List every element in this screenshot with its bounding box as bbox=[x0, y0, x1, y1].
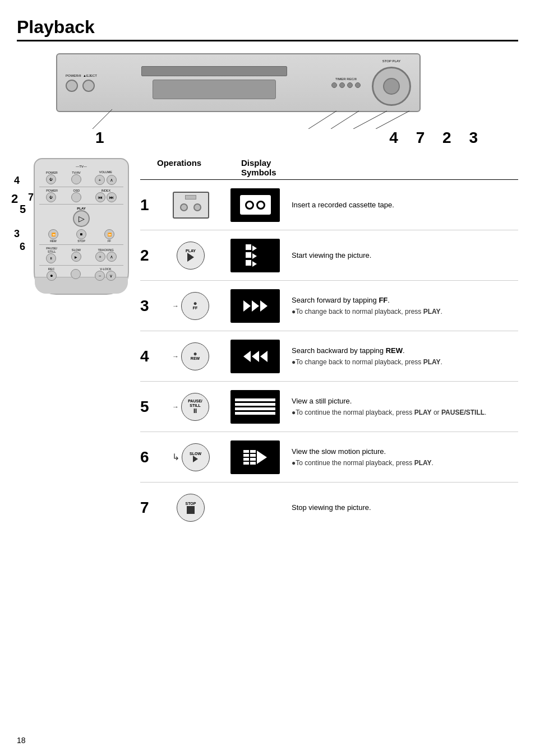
description-header bbox=[308, 158, 518, 177]
step-3-display bbox=[224, 289, 286, 323]
step-5-bullet: ●To continue the normal playback, press … bbox=[292, 409, 486, 416]
step-6-description: View the slow motion picture. ●To contin… bbox=[286, 446, 518, 468]
main-content: 4 2 5 7 3 6 —TV— POWER ⏻ TV/AV bbox=[17, 158, 518, 533]
operations-header: Operations bbox=[157, 158, 241, 177]
remote-power-tv-label: POWER bbox=[46, 171, 58, 174]
step-4-bullet: ●To change back to normal playback, pres… bbox=[292, 358, 442, 366]
remote-vol-label: VOLUME bbox=[99, 170, 112, 174]
step-4-bold-rew: REW bbox=[386, 346, 403, 355]
step-4-arrow: → bbox=[172, 353, 179, 360]
step-row-1: 1 bbox=[140, 180, 518, 230]
step-5-display bbox=[224, 390, 286, 424]
remote-rec-btn[interactable]: ⏺ bbox=[47, 271, 57, 281]
step-6-arrow: ↳ bbox=[172, 452, 179, 462]
remote-power2-btn[interactable]: ⏻ bbox=[46, 192, 56, 202]
remote-pause-btn[interactable]: ⏸ bbox=[46, 253, 56, 263]
remote-stop-btn[interactable]: ⏹ bbox=[76, 229, 86, 239]
step-row-6: 6 ↳ SLOW bbox=[140, 432, 518, 483]
remote-track-up[interactable]: + bbox=[95, 252, 105, 262]
remote-num-3: 3 bbox=[14, 228, 20, 240]
remote-divider-4 bbox=[39, 265, 123, 266]
step-1-number: 1 bbox=[140, 196, 157, 214]
pause-button-diagram: PAUSE/STILL II bbox=[181, 393, 209, 421]
remote-track-down[interactable]: ∧ bbox=[107, 252, 117, 262]
vcr-indicators: TIMER REC/II bbox=[331, 77, 361, 88]
remote-stop-label: STOP bbox=[76, 239, 86, 243]
remote-ff-btn[interactable]: ⏩ bbox=[104, 229, 114, 239]
vcr-box: POWER/II ▲EJECT TIMER REC/II bbox=[56, 53, 421, 112]
remote-vol-minus[interactable]: ∧ bbox=[107, 175, 117, 185]
remote-prev-btn[interactable]: ⏮ bbox=[95, 192, 105, 202]
remote-drawing: —TV— POWER ⏻ TV/AV VOLUME + bbox=[34, 158, 129, 295]
step-row-4: 4 → ⊕REW Search bbox=[140, 331, 518, 382]
svg-line-4 bbox=[376, 111, 409, 129]
diagram-num-1: 1 bbox=[95, 129, 104, 147]
remote-slow-label: SLOW bbox=[71, 248, 81, 252]
remote-next-btn[interactable]: ⏭ bbox=[107, 192, 117, 202]
step-4-number: 4 bbox=[140, 347, 157, 365]
steps-header: Operations Display Symbols bbox=[140, 158, 518, 180]
remote-rew-btn[interactable]: ⏪ bbox=[48, 229, 58, 239]
step-4-description: Search backward by tapping REW. ●To chan… bbox=[286, 345, 518, 367]
ff-btn-label: ⊕FF bbox=[193, 302, 198, 310]
ff-button-diagram: ⊕FF bbox=[181, 292, 209, 320]
play-btn-label: PLAY bbox=[186, 249, 196, 253]
remote-divider-2 bbox=[39, 204, 123, 205]
stop-btn-label: STOP bbox=[186, 502, 196, 506]
remote-still-label: STILL bbox=[46, 250, 57, 253]
display-rew bbox=[230, 340, 280, 373]
step-1-operation bbox=[157, 192, 224, 219]
remote-vlock-down[interactable]: ∨ bbox=[106, 271, 116, 281]
step-2-op-inner: PLAY bbox=[177, 242, 205, 270]
step-3-bullet: ●To change back to normal playback, pres… bbox=[292, 308, 442, 316]
remote-tvav-label: TV/AV bbox=[71, 171, 81, 174]
step-3-number: 3 bbox=[140, 297, 157, 315]
pause-btn-label: PAUSE/STILL bbox=[188, 399, 202, 407]
rew-display-icon bbox=[243, 351, 268, 362]
display-pause bbox=[230, 390, 280, 424]
remote-play-btn[interactable]: ▷ bbox=[73, 210, 90, 227]
step-3-description: Search forward by tapping FF. ●To change… bbox=[286, 295, 518, 317]
remote-rew-label: REW bbox=[48, 239, 58, 243]
step-7-number: 7 bbox=[140, 499, 157, 517]
vcr-power-label: POWER/II ▲EJECT bbox=[66, 74, 97, 77]
step-3-op-inner: → ⊕FF bbox=[172, 292, 209, 320]
step-2-display bbox=[224, 239, 286, 272]
vcr-diagram: POWER/II ▲EJECT TIMER REC/II bbox=[39, 50, 518, 129]
svg-line-2 bbox=[331, 111, 359, 129]
remote-misc-btn[interactable] bbox=[71, 269, 81, 279]
remote-num-7: 7 bbox=[28, 192, 34, 203]
remote-vlock-minus[interactable]: − bbox=[95, 271, 105, 281]
svg-line-0 bbox=[93, 109, 112, 129]
remote-power-tv-btn[interactable]: ⏻ bbox=[46, 174, 56, 184]
step-7-operation: STOP bbox=[157, 494, 224, 522]
remote-tvav-btn[interactable] bbox=[71, 174, 81, 184]
step-row-7: 7 STOP Stop viewing the picture. bbox=[140, 483, 518, 533]
remote-ff-label: FF bbox=[104, 239, 114, 243]
remote-power2-label: POWER bbox=[46, 189, 58, 192]
remote-pause-row: PAUSE/ STILL ⏸ SLOW ▶ TRACKING + ∧ bbox=[39, 247, 123, 263]
step-5-arrow: → bbox=[172, 403, 179, 411]
step-2-operation: PLAY bbox=[157, 242, 224, 270]
remote-play-symbol: ▷ bbox=[79, 214, 85, 223]
step-2-number: 2 bbox=[140, 247, 157, 265]
step-6-bullet: ●To continue the normal playback, press … bbox=[292, 459, 433, 467]
diagram-num-group: 4 7 2 3 bbox=[389, 129, 485, 147]
step-6-number: 6 bbox=[140, 448, 157, 466]
remote-osd-btn[interactable] bbox=[71, 192, 81, 202]
remote-top-row: POWER ⏻ TV/AV VOLUME + ∧ bbox=[39, 170, 123, 185]
remote-second-row: POWER ⏻ OSD INDEX ⏮ ⏭ bbox=[39, 189, 123, 202]
remote-divider-1 bbox=[39, 187, 123, 187]
play-dots bbox=[243, 242, 267, 269]
ff-display-icon bbox=[243, 300, 268, 312]
remote-slow-btn[interactable]: ▶ bbox=[71, 252, 81, 262]
page-number: 18 bbox=[17, 736, 26, 745]
rew-button-diagram: ⊕REW bbox=[181, 342, 209, 370]
step-4-display bbox=[224, 340, 286, 373]
remote-tracking-label: TRACKING bbox=[95, 248, 117, 252]
step-3-operation: → ⊕FF bbox=[157, 292, 224, 320]
remote-vol-plus[interactable]: + bbox=[95, 175, 105, 185]
display-play bbox=[230, 239, 280, 272]
pause-btn-symbol: II bbox=[193, 407, 197, 414]
step-3-arrow: → bbox=[172, 302, 179, 310]
